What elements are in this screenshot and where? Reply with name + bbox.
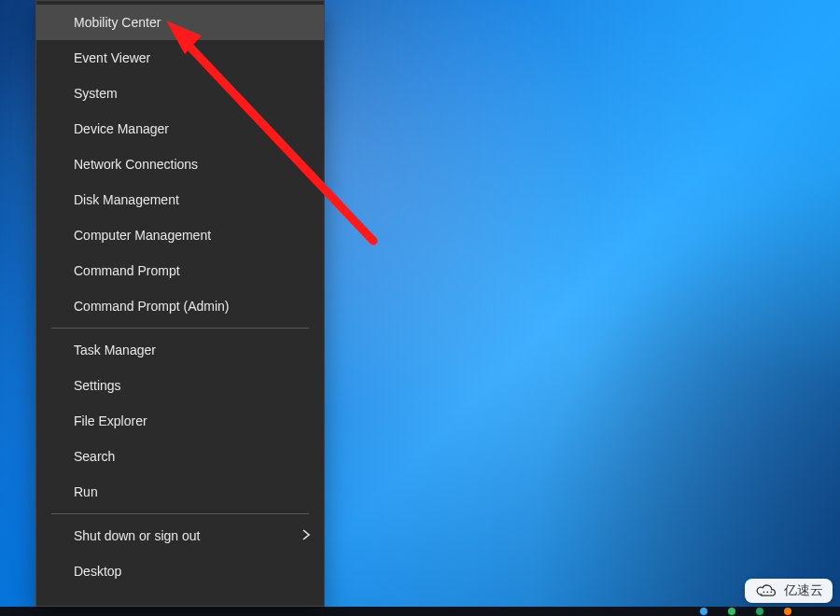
menu-item-label: Task Manager xyxy=(74,343,156,357)
menu-item-label: Run xyxy=(74,484,98,499)
chevron-right-icon xyxy=(301,528,311,543)
winx-power-menu: Mobility Center Event Viewer System Devi… xyxy=(35,0,325,607)
svg-point-2 xyxy=(763,591,765,593)
menu-item-label: Event Viewer xyxy=(74,50,150,65)
menu-item-disk-management[interactable]: Disk Management xyxy=(36,182,324,217)
cloud-icon xyxy=(754,582,778,599)
menu-item-system[interactable]: System xyxy=(36,76,324,111)
svg-point-4 xyxy=(770,591,772,593)
menu-item-device-manager[interactable]: Device Manager xyxy=(36,111,324,147)
taskbar-icons xyxy=(700,607,791,616)
menu-item-label: Shut down or sign out xyxy=(74,528,200,543)
menu-item-label: Command Prompt xyxy=(74,263,180,278)
taskbar-icon[interactable] xyxy=(700,608,707,615)
menu-item-file-explorer[interactable]: File Explorer xyxy=(36,403,324,439)
taskbar-icon[interactable] xyxy=(728,608,735,615)
menu-item-command-prompt-admin[interactable]: Command Prompt (Admin) xyxy=(36,288,324,324)
menu-item-run[interactable]: Run xyxy=(36,474,324,510)
taskbar-icon[interactable] xyxy=(756,608,763,615)
menu-item-search[interactable]: Search xyxy=(36,439,324,474)
menu-item-settings[interactable]: Settings xyxy=(36,368,324,403)
menu-item-command-prompt[interactable]: Command Prompt xyxy=(36,253,324,288)
menu-item-mobility-center[interactable]: Mobility Center xyxy=(36,5,324,40)
taskbar-icon[interactable] xyxy=(784,608,791,615)
menu-item-shutdown-or-signout[interactable]: Shut down or sign out xyxy=(36,518,324,553)
menu-item-computer-management[interactable]: Computer Management xyxy=(36,217,324,253)
menu-item-task-manager[interactable]: Task Manager xyxy=(36,332,324,368)
menu-item-event-viewer[interactable]: Event Viewer xyxy=(36,40,324,76)
menu-item-label: Desktop xyxy=(74,564,121,579)
menu-item-network-connections[interactable]: Network Connections xyxy=(36,147,324,182)
menu-item-desktop[interactable]: Desktop xyxy=(36,553,324,589)
menu-item-label: File Explorer xyxy=(74,413,147,428)
menu-item-label: Device Manager xyxy=(74,121,169,136)
watermark-text: 亿速云 xyxy=(784,582,823,599)
menu-item-label: Settings xyxy=(74,378,121,393)
menu-item-label: Network Connections xyxy=(74,157,198,172)
menu-item-label: Mobility Center xyxy=(74,15,161,30)
menu-item-label: Computer Management xyxy=(74,228,211,243)
menu-item-label: Disk Management xyxy=(74,192,179,207)
watermark-badge: 亿速云 xyxy=(745,579,833,603)
svg-point-3 xyxy=(766,591,768,593)
menu-item-label: System xyxy=(74,86,118,101)
desktop-background: Mobility Center Event Viewer System Devi… xyxy=(0,0,840,616)
menu-separator xyxy=(51,513,309,514)
menu-separator xyxy=(51,328,309,329)
menu-item-label: Command Prompt (Admin) xyxy=(74,299,230,314)
menu-item-label: Search xyxy=(74,449,115,464)
